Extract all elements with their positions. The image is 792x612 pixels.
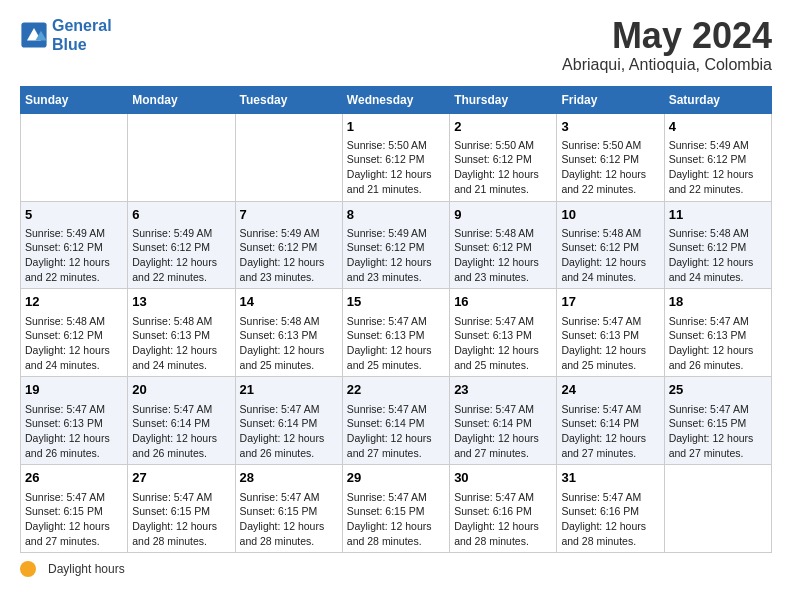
calendar-cell: 19Sunrise: 5:47 AM Sunset: 6:13 PM Dayli… xyxy=(21,377,128,465)
day-info: Sunrise: 5:48 AM Sunset: 6:13 PM Dayligh… xyxy=(240,314,338,373)
weekday-header: Friday xyxy=(557,86,664,113)
day-info: Sunrise: 5:50 AM Sunset: 6:12 PM Dayligh… xyxy=(347,138,445,197)
day-number: 9 xyxy=(454,206,552,224)
day-number: 27 xyxy=(132,469,230,487)
day-number: 12 xyxy=(25,293,123,311)
day-info: Sunrise: 5:47 AM Sunset: 6:14 PM Dayligh… xyxy=(240,402,338,461)
calendar-cell: 26Sunrise: 5:47 AM Sunset: 6:15 PM Dayli… xyxy=(21,465,128,553)
day-info: Sunrise: 5:48 AM Sunset: 6:13 PM Dayligh… xyxy=(132,314,230,373)
calendar-week-row: 1Sunrise: 5:50 AM Sunset: 6:12 PM Daylig… xyxy=(21,113,772,201)
calendar-cell: 1Sunrise: 5:50 AM Sunset: 6:12 PM Daylig… xyxy=(342,113,449,201)
day-info: Sunrise: 5:47 AM Sunset: 6:13 PM Dayligh… xyxy=(25,402,123,461)
weekday-header: Monday xyxy=(128,86,235,113)
day-number: 10 xyxy=(561,206,659,224)
weekday-header: Saturday xyxy=(664,86,771,113)
calendar-cell xyxy=(235,113,342,201)
calendar-week-row: 26Sunrise: 5:47 AM Sunset: 6:15 PM Dayli… xyxy=(21,465,772,553)
calendar-cell: 30Sunrise: 5:47 AM Sunset: 6:16 PM Dayli… xyxy=(450,465,557,553)
day-info: Sunrise: 5:49 AM Sunset: 6:12 PM Dayligh… xyxy=(240,226,338,285)
day-info: Sunrise: 5:49 AM Sunset: 6:12 PM Dayligh… xyxy=(347,226,445,285)
calendar-cell: 3Sunrise: 5:50 AM Sunset: 6:12 PM Daylig… xyxy=(557,113,664,201)
day-info: Sunrise: 5:48 AM Sunset: 6:12 PM Dayligh… xyxy=(561,226,659,285)
calendar-cell: 21Sunrise: 5:47 AM Sunset: 6:14 PM Dayli… xyxy=(235,377,342,465)
calendar-cell: 12Sunrise: 5:48 AM Sunset: 6:12 PM Dayli… xyxy=(21,289,128,377)
footer-label: Daylight hours xyxy=(48,562,125,576)
title-block: May 2024 Abriaqui, Antioquia, Colombia xyxy=(562,16,772,74)
logo-icon xyxy=(20,21,48,49)
calendar-cell: 14Sunrise: 5:48 AM Sunset: 6:13 PM Dayli… xyxy=(235,289,342,377)
day-number: 26 xyxy=(25,469,123,487)
day-number: 3 xyxy=(561,118,659,136)
day-info: Sunrise: 5:47 AM Sunset: 6:14 PM Dayligh… xyxy=(347,402,445,461)
calendar-cell: 7Sunrise: 5:49 AM Sunset: 6:12 PM Daylig… xyxy=(235,201,342,289)
weekday-header: Thursday xyxy=(450,86,557,113)
calendar-cell: 9Sunrise: 5:48 AM Sunset: 6:12 PM Daylig… xyxy=(450,201,557,289)
logo-text: General Blue xyxy=(52,16,112,54)
calendar-cell: 13Sunrise: 5:48 AM Sunset: 6:13 PM Dayli… xyxy=(128,289,235,377)
day-info: Sunrise: 5:49 AM Sunset: 6:12 PM Dayligh… xyxy=(132,226,230,285)
day-info: Sunrise: 5:48 AM Sunset: 6:12 PM Dayligh… xyxy=(25,314,123,373)
day-info: Sunrise: 5:47 AM Sunset: 6:16 PM Dayligh… xyxy=(454,490,552,549)
day-number: 5 xyxy=(25,206,123,224)
calendar-cell: 23Sunrise: 5:47 AM Sunset: 6:14 PM Dayli… xyxy=(450,377,557,465)
calendar-cell: 27Sunrise: 5:47 AM Sunset: 6:15 PM Dayli… xyxy=(128,465,235,553)
day-number: 4 xyxy=(669,118,767,136)
calendar-cell: 22Sunrise: 5:47 AM Sunset: 6:14 PM Dayli… xyxy=(342,377,449,465)
page-subtitle: Abriaqui, Antioquia, Colombia xyxy=(562,56,772,74)
day-number: 13 xyxy=(132,293,230,311)
day-info: Sunrise: 5:47 AM Sunset: 6:15 PM Dayligh… xyxy=(25,490,123,549)
calendar-week-row: 12Sunrise: 5:48 AM Sunset: 6:12 PM Dayli… xyxy=(21,289,772,377)
calendar-cell xyxy=(664,465,771,553)
calendar-cell: 29Sunrise: 5:47 AM Sunset: 6:15 PM Dayli… xyxy=(342,465,449,553)
calendar-cell: 5Sunrise: 5:49 AM Sunset: 6:12 PM Daylig… xyxy=(21,201,128,289)
calendar-cell: 18Sunrise: 5:47 AM Sunset: 6:13 PM Dayli… xyxy=(664,289,771,377)
calendar-table: SundayMondayTuesdayWednesdayThursdayFrid… xyxy=(20,86,772,554)
calendar-header-row: SundayMondayTuesdayWednesdayThursdayFrid… xyxy=(21,86,772,113)
day-number: 20 xyxy=(132,381,230,399)
day-info: Sunrise: 5:47 AM Sunset: 6:15 PM Dayligh… xyxy=(669,402,767,461)
day-info: Sunrise: 5:47 AM Sunset: 6:16 PM Dayligh… xyxy=(561,490,659,549)
page-title: May 2024 xyxy=(562,16,772,56)
day-info: Sunrise: 5:47 AM Sunset: 6:15 PM Dayligh… xyxy=(132,490,230,549)
calendar-week-row: 19Sunrise: 5:47 AM Sunset: 6:13 PM Dayli… xyxy=(21,377,772,465)
day-number: 22 xyxy=(347,381,445,399)
footer-note: Daylight hours xyxy=(20,561,772,577)
day-number: 16 xyxy=(454,293,552,311)
calendar-cell: 25Sunrise: 5:47 AM Sunset: 6:15 PM Dayli… xyxy=(664,377,771,465)
day-info: Sunrise: 5:49 AM Sunset: 6:12 PM Dayligh… xyxy=(25,226,123,285)
day-number: 23 xyxy=(454,381,552,399)
calendar-cell: 4Sunrise: 5:49 AM Sunset: 6:12 PM Daylig… xyxy=(664,113,771,201)
day-number: 15 xyxy=(347,293,445,311)
calendar-cell xyxy=(128,113,235,201)
calendar-week-row: 5Sunrise: 5:49 AM Sunset: 6:12 PM Daylig… xyxy=(21,201,772,289)
calendar-cell xyxy=(21,113,128,201)
logo: General Blue xyxy=(20,16,112,54)
day-number: 8 xyxy=(347,206,445,224)
calendar-cell: 8Sunrise: 5:49 AM Sunset: 6:12 PM Daylig… xyxy=(342,201,449,289)
day-number: 21 xyxy=(240,381,338,399)
calendar-cell: 15Sunrise: 5:47 AM Sunset: 6:13 PM Dayli… xyxy=(342,289,449,377)
calendar-cell: 2Sunrise: 5:50 AM Sunset: 6:12 PM Daylig… xyxy=(450,113,557,201)
day-info: Sunrise: 5:47 AM Sunset: 6:13 PM Dayligh… xyxy=(347,314,445,373)
day-info: Sunrise: 5:49 AM Sunset: 6:12 PM Dayligh… xyxy=(669,138,767,197)
day-info: Sunrise: 5:47 AM Sunset: 6:14 PM Dayligh… xyxy=(561,402,659,461)
weekday-header: Tuesday xyxy=(235,86,342,113)
calendar-cell: 17Sunrise: 5:47 AM Sunset: 6:13 PM Dayli… xyxy=(557,289,664,377)
day-number: 11 xyxy=(669,206,767,224)
calendar-cell: 6Sunrise: 5:49 AM Sunset: 6:12 PM Daylig… xyxy=(128,201,235,289)
day-info: Sunrise: 5:48 AM Sunset: 6:12 PM Dayligh… xyxy=(454,226,552,285)
day-info: Sunrise: 5:47 AM Sunset: 6:14 PM Dayligh… xyxy=(454,402,552,461)
weekday-header: Sunday xyxy=(21,86,128,113)
day-number: 19 xyxy=(25,381,123,399)
day-info: Sunrise: 5:47 AM Sunset: 6:14 PM Dayligh… xyxy=(132,402,230,461)
sun-icon xyxy=(20,561,36,577)
day-number: 30 xyxy=(454,469,552,487)
day-info: Sunrise: 5:50 AM Sunset: 6:12 PM Dayligh… xyxy=(454,138,552,197)
day-info: Sunrise: 5:47 AM Sunset: 6:13 PM Dayligh… xyxy=(454,314,552,373)
page-header: General Blue May 2024 Abriaqui, Antioqui… xyxy=(20,16,772,74)
day-number: 24 xyxy=(561,381,659,399)
day-info: Sunrise: 5:47 AM Sunset: 6:15 PM Dayligh… xyxy=(240,490,338,549)
day-info: Sunrise: 5:48 AM Sunset: 6:12 PM Dayligh… xyxy=(669,226,767,285)
day-number: 25 xyxy=(669,381,767,399)
calendar-cell: 28Sunrise: 5:47 AM Sunset: 6:15 PM Dayli… xyxy=(235,465,342,553)
